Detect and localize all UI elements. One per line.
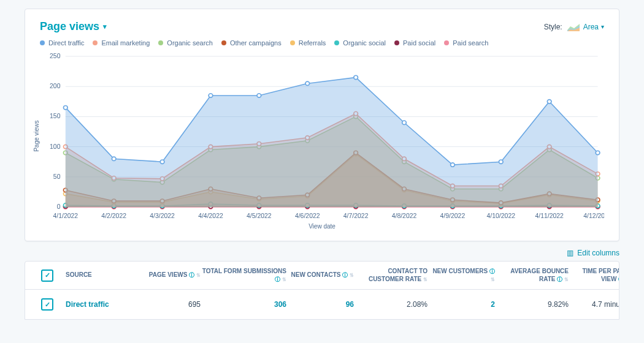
legend-label: Organic search	[167, 39, 213, 47]
columns-icon: ▥	[567, 249, 573, 257]
cell-ctc-rate: 2.08%	[354, 300, 427, 309]
x-axis-label: View date	[40, 223, 604, 230]
edit-columns-label: Edit columns	[577, 249, 619, 257]
row-checkbox[interactable]: ✓	[41, 298, 53, 311]
area-chart: Page views 0501001502002504/1/20224/2/20…	[40, 50, 604, 222]
column-header-total-form[interactable]: TOTAL FORM SUBMISSIONS ⓘ ⇅	[201, 268, 286, 283]
cell-new-customers[interactable]: 2	[427, 300, 495, 309]
cell-bounce: 9.82%	[495, 300, 569, 309]
svg-text:4/10/2022: 4/10/2022	[487, 213, 516, 219]
svg-text:4/1/2022: 4/1/2022	[53, 213, 78, 219]
select-all-checkbox[interactable]: ✓	[41, 270, 53, 282]
svg-text:4/6/2022: 4/6/2022	[295, 213, 320, 219]
svg-text:200: 200	[50, 83, 61, 89]
legend-label: Other campaigns	[230, 39, 282, 47]
style-value: Area	[583, 23, 599, 31]
info-icon: ⓘ	[189, 272, 194, 278]
svg-text:250: 250	[50, 53, 61, 59]
chevron-down-icon: ▾	[103, 23, 107, 31]
column-header-new-contacts[interactable]: NEW CONTACTS ⓘ ⇅	[286, 271, 354, 279]
legend-dot-icon	[158, 40, 163, 45]
legend-label: Email marketing	[101, 39, 150, 47]
edit-columns-link[interactable]: ▥ Edit columns	[567, 249, 619, 257]
svg-text:150: 150	[50, 113, 61, 120]
svg-point-114	[354, 75, 358, 79]
svg-point-109	[112, 157, 116, 160]
legend-dot-icon	[290, 40, 295, 45]
legend-dot-icon	[334, 40, 339, 45]
info-icon: ⓘ	[557, 276, 562, 282]
area-style-icon	[567, 23, 580, 31]
sources-table: ✓ SOURCE PAGE VIEWS ⓘ ⇅ TOTAL FORM SUBMI…	[25, 261, 619, 320]
chart-legend: Direct trafficEmail marketingOrganic sea…	[25, 38, 619, 50]
svg-text:0: 0	[57, 203, 61, 210]
svg-point-117	[499, 160, 503, 164]
legend-dot-icon	[394, 40, 399, 45]
legend-label: Referrals	[299, 39, 326, 47]
legend-item[interactable]: Email marketing	[93, 39, 150, 47]
legend-label: Organic social	[343, 39, 386, 47]
info-icon: ⓘ	[618, 276, 619, 282]
chart-title-text: Page views	[40, 20, 99, 33]
legend-label: Direct traffic	[48, 39, 84, 47]
chevron-down-icon: ▾	[601, 23, 604, 30]
svg-text:4/4/2022: 4/4/2022	[198, 213, 223, 219]
legend-label: Paid social	[403, 39, 435, 47]
info-icon: ⓘ	[342, 272, 348, 278]
svg-text:4/2/2022: 4/2/2022	[101, 213, 126, 219]
svg-text:4/7/2022: 4/7/2022	[343, 213, 369, 219]
cell-total-form[interactable]: 306	[201, 300, 286, 309]
svg-point-108	[63, 105, 67, 109]
legend-dot-icon	[221, 40, 226, 45]
column-header-new-customers[interactable]: NEW CUSTOMERS ⓘ ⇅	[427, 268, 495, 283]
cell-time: 4.7 minutes	[569, 300, 619, 309]
svg-text:4/8/2022: 4/8/2022	[392, 213, 417, 219]
legend-item[interactable]: Organic social	[334, 39, 386, 47]
svg-text:50: 50	[53, 173, 61, 180]
legend-item[interactable]: Paid social	[394, 39, 435, 47]
chart-title-dropdown[interactable]: Page views ▾	[40, 20, 107, 33]
legend-item[interactable]: Other campaigns	[221, 39, 282, 47]
legend-item[interactable]: Paid search	[444, 39, 488, 47]
legend-item[interactable]: Referrals	[290, 39, 326, 47]
svg-text:4/11/2022: 4/11/2022	[535, 213, 564, 219]
legend-dot-icon	[40, 40, 45, 45]
svg-text:4/9/2022: 4/9/2022	[440, 213, 466, 219]
y-axis-label: Page views	[33, 120, 40, 151]
svg-point-118	[547, 100, 551, 104]
info-icon: ⓘ	[275, 276, 280, 282]
table-header-row: ✓ SOURCE PAGE VIEWS ⓘ ⇅ TOTAL FORM SUBMI…	[25, 262, 619, 289]
svg-point-113	[305, 81, 310, 85]
column-header-bounce[interactable]: AVERAGE BOUNCE RATE ⓘ ⇅	[495, 268, 569, 283]
column-header-time[interactable]: TIME PER PAGE VIEW ⓘ ⇅	[569, 268, 619, 283]
table-row: ✓ Direct traffic 695 306 96 2.08% 2 9.82…	[25, 289, 619, 319]
svg-point-115	[402, 121, 407, 124]
column-header-page-views[interactable]: PAGE VIEWS ⓘ ⇅	[139, 271, 201, 279]
svg-text:4/5/2022: 4/5/2022	[247, 213, 272, 219]
legend-item[interactable]: Organic search	[158, 39, 213, 47]
column-header-ctc-rate[interactable]: CONTACT TO CUSTOMER RATE ⇅	[354, 268, 427, 283]
svg-point-110	[160, 160, 164, 164]
chart-card: Page views ▾ Style: Area ▾ Direct traffi…	[25, 9, 619, 241]
svg-text:100: 100	[50, 143, 61, 150]
chart-style-selector[interactable]: Style: Area ▾	[544, 23, 604, 31]
svg-point-112	[257, 94, 261, 97]
source-link[interactable]: Direct traffic	[66, 300, 139, 309]
legend-item[interactable]: Direct traffic	[40, 39, 84, 47]
cell-page-views: 695	[139, 300, 201, 309]
svg-text:4/12/2022: 4/12/2022	[583, 213, 604, 219]
legend-dot-icon	[93, 40, 98, 45]
svg-point-111	[209, 94, 213, 97]
cell-new-contacts[interactable]: 96	[286, 300, 354, 309]
legend-label: Paid search	[453, 39, 488, 47]
style-label: Style:	[544, 23, 562, 31]
svg-text:4/3/2022: 4/3/2022	[150, 213, 175, 219]
svg-point-119	[596, 151, 600, 154]
column-header-source[interactable]: SOURCE	[66, 271, 139, 279]
info-icon: ⓘ	[489, 268, 495, 274]
legend-dot-icon	[444, 40, 449, 45]
svg-point-116	[451, 163, 455, 167]
